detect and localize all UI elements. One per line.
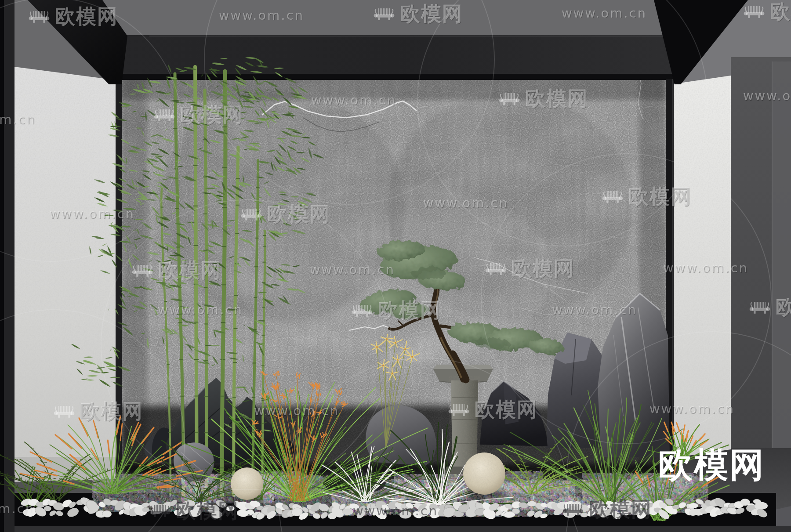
rock-large-right <box>598 293 670 457</box>
garden-scene <box>0 0 791 532</box>
bonsai-pine-tree <box>358 239 564 380</box>
pine-foliage <box>358 239 564 355</box>
scene-root: 欧模网www.om.cn 欧模网www.om.cn 欧模网www.om.cn 欧… <box>0 0 791 532</box>
rock-group-right <box>366 293 670 466</box>
